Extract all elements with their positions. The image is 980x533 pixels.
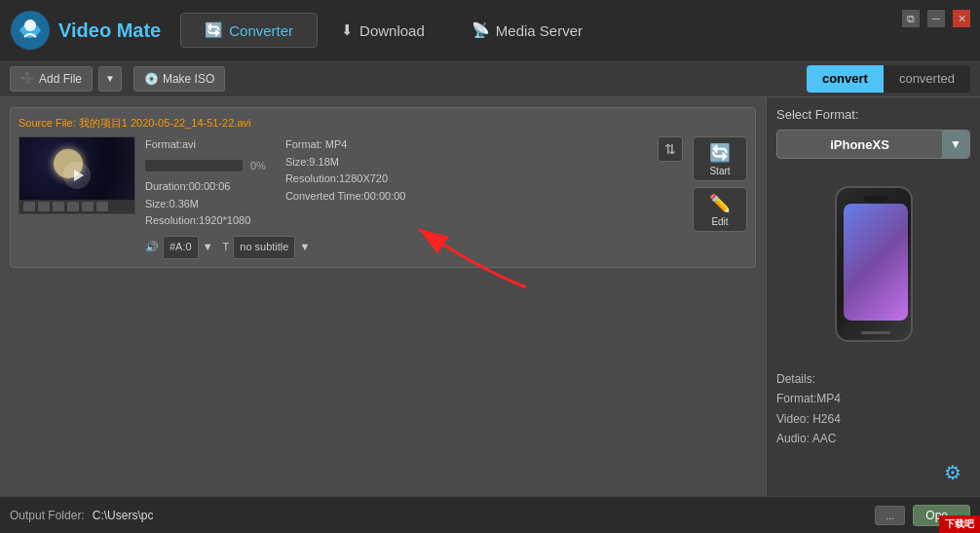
- main-area: Source File: 我的项目1 2020-05-22_14-51-22.a…: [0, 97, 980, 496]
- subtitle-dropdown-icon: ▼: [299, 239, 310, 256]
- svg-point-1: [24, 19, 36, 31]
- filmstrip-frame: [38, 202, 50, 211]
- titlebar: Video Mate 🔄 Converter ⬇ Download 📡 Medi…: [0, 0, 980, 60]
- converter-icon: 🔄: [205, 21, 223, 39]
- start-icon: 🔄: [709, 142, 731, 164]
- filmstrip-frame: [23, 202, 35, 211]
- file-item: Source File: 我的项目1 2020-05-22_14-51-22.a…: [10, 107, 756, 268]
- target-info: Format: MP4 Size:9.18M Resolution:1280X7…: [285, 136, 406, 230]
- footer: Output Folder: C:\Users\pc ... Ope...: [0, 496, 980, 533]
- source-info: Format:avi 0% Duration:00:00:06 Size:0.3…: [145, 136, 266, 230]
- converted-tab[interactable]: converted: [884, 65, 970, 93]
- phone-body: [835, 186, 913, 342]
- phone-screen: [844, 204, 908, 321]
- app-logo: [10, 10, 51, 51]
- file-actions: 🔄 Start ✏️ Edit: [693, 136, 747, 232]
- progress-row: 0%: [145, 158, 266, 175]
- left-panel: Source File: 我的项目1 2020-05-22_14-51-22.a…: [0, 97, 766, 496]
- restore-button[interactable]: ⧉: [902, 10, 920, 27]
- toolbar: ➕ Add File ▼ 💿 Make ISO convert converte…: [0, 60, 980, 97]
- nav-tabs: 🔄 Converter ⬇ Download 📡 Media Server: [180, 13, 606, 48]
- format-name: iPhoneXS: [777, 137, 942, 152]
- filmstrip-frame: [82, 202, 94, 211]
- phone-notch: [864, 196, 887, 202]
- phone-preview: [825, 176, 923, 352]
- edit-button[interactable]: ✏️ Edit: [693, 187, 747, 232]
- titlebar-controls: ⧉ ─ ✕: [902, 10, 970, 27]
- file-content: Format:avi 0% Duration:00:00:06 Size:0.3…: [19, 136, 747, 259]
- add-file-button[interactable]: ➕ Add File: [10, 66, 93, 92]
- file-source: Source File: 我的项目1 2020-05-22_14-51-22.a…: [19, 116, 747, 131]
- watermark: 下载吧: [939, 515, 980, 533]
- add-file-icon: ➕: [20, 72, 35, 86]
- format-dropdown-arrow[interactable]: ▼: [942, 131, 969, 158]
- close-button[interactable]: ✕: [953, 10, 970, 27]
- video-thumbnail[interactable]: [19, 136, 135, 214]
- format-selector[interactable]: iPhoneXS ▼: [776, 130, 970, 159]
- convert-tab[interactable]: convert: [807, 65, 884, 93]
- details-box: Details: Format:MP4 Video: H264 Audio: A…: [776, 369, 841, 449]
- select-format-label: Select Format:: [776, 107, 859, 122]
- subtitle-tag[interactable]: no subtitle: [233, 236, 295, 259]
- audio-tag[interactable]: #A:0: [163, 236, 199, 259]
- volume-icon: 🔊: [145, 239, 159, 256]
- download-icon: ⬇: [341, 21, 354, 39]
- gear-button[interactable]: ⚙: [939, 459, 966, 486]
- text-icon: T: [223, 239, 230, 256]
- browse-button[interactable]: ...: [875, 506, 905, 525]
- tab-converter[interactable]: 🔄 Converter: [180, 13, 318, 48]
- minimize-button[interactable]: ─: [927, 10, 945, 27]
- add-file-dropdown[interactable]: ▼: [98, 66, 122, 92]
- right-panel: Select Format: iPhoneXS ▼ Details: Forma…: [766, 97, 980, 496]
- convert-tab-group: convert converted: [807, 65, 970, 93]
- filmstrip-frame: [96, 202, 108, 211]
- audio-subtitle-bar: 🔊 #A:0 ▼ T no subtitle ▼: [145, 236, 648, 259]
- progress-bar: [145, 160, 243, 171]
- file-info: Format:avi 0% Duration:00:00:06 Size:0.3…: [145, 136, 648, 259]
- play-button[interactable]: [63, 162, 91, 189]
- progress-text: 0%: [250, 158, 266, 175]
- filmstrip-frame: [53, 202, 64, 211]
- edit-icon: ✏️: [709, 193, 731, 214]
- tab-media-server[interactable]: 📡 Media Server: [448, 14, 606, 47]
- file-info-columns: Format:avi 0% Duration:00:00:06 Size:0.3…: [145, 136, 648, 230]
- output-path: C:\Users\pc: [93, 509, 867, 522]
- output-folder-label: Output Folder:: [10, 509, 85, 522]
- logo-area: Video Mate: [10, 10, 161, 51]
- home-bar: [861, 331, 890, 334]
- filmstrip-frame: [67, 202, 79, 211]
- make-iso-button[interactable]: 💿 Make ISO: [133, 66, 225, 92]
- filmstrip: [19, 200, 134, 213]
- tab-download[interactable]: ⬇ Download: [318, 14, 448, 47]
- app-title: Video Mate: [58, 19, 161, 42]
- media-server-icon: 📡: [471, 21, 490, 39]
- start-button[interactable]: 🔄 Start: [693, 136, 747, 181]
- sort-button[interactable]: ⇅: [658, 136, 683, 162]
- make-iso-icon: 💿: [144, 72, 159, 86]
- dropdown-icon: ▼: [203, 239, 213, 256]
